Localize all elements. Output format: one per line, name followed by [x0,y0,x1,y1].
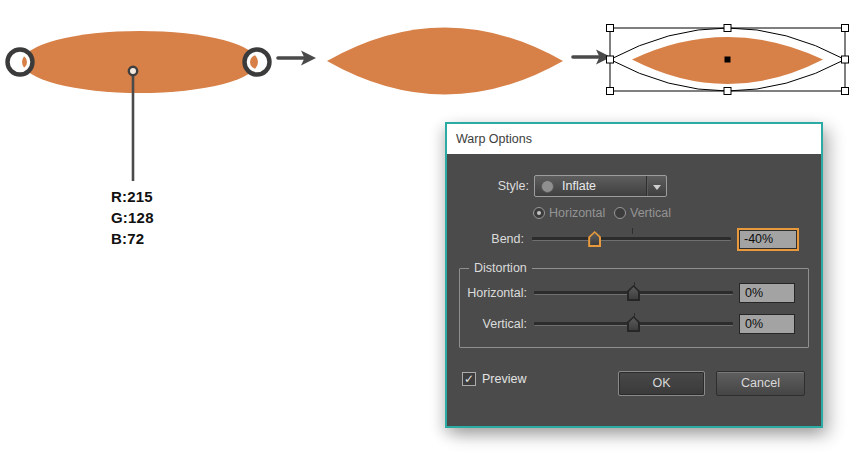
rgb-line-b: B:72 [111,228,154,249]
bend-value-field[interactable]: -40% [737,228,799,251]
warp-options-dialog: Warp Options Style: Inflate Horizontal V… [445,122,823,428]
distortion-group: Distortion [459,268,809,348]
arrow-right-icon-2 [573,50,611,65]
ok-button[interactable]: OK [618,371,705,396]
bend-thumb-face [590,233,599,245]
handle-bottom-mid[interactable] [724,88,731,95]
bend-label: Bend: [447,232,524,246]
handle-mid-left[interactable] [607,56,614,63]
inflate-style-icon [541,180,554,193]
handle-bottom-left[interactable] [607,88,614,95]
arrow-right-icon [278,51,316,66]
bend-slider[interactable] [532,237,731,241]
handle-top-right[interactable] [842,25,849,32]
handle-mid-right[interactable] [842,56,849,63]
handle-bottom-right[interactable] [842,88,849,95]
anchor-ring-left [8,50,33,75]
distortion-horizontal-value-field[interactable]: 0% [739,283,795,303]
rgb-line-r: R:215 [111,186,154,207]
handle-top-left[interactable] [607,25,614,32]
check-icon: ✓ [464,372,474,386]
slider-center-tick [632,228,633,234]
radio-vertical-label: Vertical [630,206,671,220]
cancel-button[interactable]: Cancel [716,371,805,396]
distortion-horizontal-slider[interactable] [534,291,733,295]
dialog-titlebar: Warp Options [447,124,821,154]
ellipse-shape[interactable] [22,31,258,93]
center-anchor-point[interactable] [725,57,731,63]
chevron-down-icon [653,185,661,190]
style-dropdown-arrow-box[interactable] [646,176,666,196]
handle-top-mid[interactable] [724,25,731,32]
rgb-color-note: R:215 G:128 B:72 [111,186,154,249]
bend-slider-thumb[interactable] [588,231,601,247]
style-label: Style: [447,179,529,193]
thumb-face [629,287,638,299]
radio-vertical[interactable] [614,207,626,219]
radio-horizontal[interactable] [533,207,545,219]
selected-lens-group[interactable] [607,25,849,95]
dialog-title: Warp Options [456,132,532,146]
distortion-vertical-value-field[interactable]: 0% [739,314,795,334]
distortion-vertical-slider[interactable] [534,322,733,326]
distortion-vertical-label: Vertical: [447,317,527,331]
radio-horizontal-label: Horizontal [549,206,605,220]
color-pin-dot [129,67,137,75]
preview-label: Preview [482,372,526,386]
lens-shape[interactable] [327,28,563,95]
style-dropdown-value: Inflate [562,176,596,197]
thumb-face [629,318,638,330]
distortion-legend: Distortion [469,261,532,275]
preview-checkbox[interactable]: ✓ [462,372,476,386]
style-dropdown[interactable]: Inflate [534,175,667,197]
radio-selected-dot [537,211,541,215]
rgb-line-g: G:128 [111,207,154,228]
distortion-horizontal-label: Horizontal: [447,286,527,300]
